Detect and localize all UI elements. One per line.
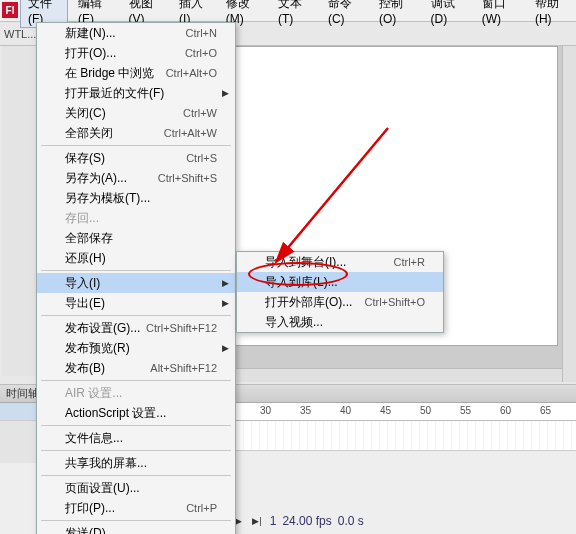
menu-item-save-as-template[interactable]: 另存为模板(T)... — [37, 188, 235, 208]
menu-item-publish[interactable]: 发布(B)Alt+Shift+F12 — [37, 358, 235, 378]
scrollbar-vertical[interactable] — [562, 46, 576, 382]
menu-item-air-settings: AIR 设置... — [37, 383, 235, 403]
menu-item-share-screen[interactable]: 共享我的屏幕... — [37, 453, 235, 473]
menu-item-print[interactable]: 打印(P)...Ctrl+P — [37, 498, 235, 518]
menu-help[interactable]: 帮助(H) — [527, 0, 576, 28]
menu-separator — [41, 475, 231, 476]
menu-control[interactable]: 控制(O) — [371, 0, 421, 28]
ruler-tick: 35 — [300, 405, 311, 416]
menubar: 文件(F) 编辑(E) 视图(V) 插入(I) 修改(M) 文本(T) 命令(C… — [0, 0, 576, 22]
menu-separator — [41, 425, 231, 426]
menu-item-revert[interactable]: 还原(H) — [37, 248, 235, 268]
menu-item-page-setup[interactable]: 页面设置(U)... — [37, 478, 235, 498]
menu-item-save-all[interactable]: 全部保存 — [37, 228, 235, 248]
timeline-current-frame: 1 — [270, 514, 277, 528]
ruler-tick: 40 — [340, 405, 351, 416]
timeline-fps: 24.00 fps — [282, 514, 331, 528]
menu-item-send[interactable]: 发送(D)... — [37, 523, 235, 534]
menu-item-import[interactable]: 导入(I)▶ — [37, 273, 235, 293]
playback-last-icon[interactable]: ▶| — [250, 516, 263, 526]
menu-item-import-video[interactable]: 导入视频... — [237, 312, 443, 332]
chevron-right-icon: ▶ — [222, 298, 229, 308]
menu-item-browse-bridge[interactable]: 在 Bridge 中浏览Ctrl+Alt+O — [37, 63, 235, 83]
chevron-right-icon: ▶ — [222, 88, 229, 98]
menu-window[interactable]: 窗口(W) — [474, 0, 525, 28]
menu-item-publish-preview[interactable]: 发布预览(R)▶ — [37, 338, 235, 358]
ruler-tick: 65 — [540, 405, 551, 416]
menu-text[interactable]: 文本(T) — [270, 0, 318, 28]
menu-separator — [41, 270, 231, 271]
document-tab[interactable]: WTL... — [4, 28, 36, 40]
menu-item-close[interactable]: 关闭(C)Ctrl+W — [37, 103, 235, 123]
menu-item-close-all[interactable]: 全部关闭Ctrl+Alt+W — [37, 123, 235, 143]
menu-separator — [41, 450, 231, 451]
menu-separator — [41, 380, 231, 381]
menu-item-open-external-library[interactable]: 打开外部库(O)...Ctrl+Shift+O — [237, 292, 443, 312]
menu-item-open-recent[interactable]: 打开最近的文件(F)▶ — [37, 83, 235, 103]
menu-item-import-to-stage[interactable]: 导入到舞台(I)...Ctrl+R — [237, 252, 443, 272]
file-menu-dropdown: 新建(N)...Ctrl+N 打开(O)...Ctrl+O 在 Bridge 中… — [36, 22, 236, 534]
app-icon: Fl — [2, 2, 18, 18]
timeline-frames-track[interactable] — [180, 421, 576, 451]
ruler-tick: 45 — [380, 405, 391, 416]
menu-item-actionscript-settings[interactable]: ActionScript 设置... — [37, 403, 235, 423]
menu-separator — [41, 520, 231, 521]
import-submenu: 导入到舞台(I)...Ctrl+R 导入到库(L)... 打开外部库(O)...… — [236, 251, 444, 333]
menu-item-publish-settings[interactable]: 发布设置(G)...Ctrl+Shift+F12 — [37, 318, 235, 338]
menu-item-save[interactable]: 保存(S)Ctrl+S — [37, 148, 235, 168]
tools-panel — [2, 46, 38, 376]
ruler-tick: 55 — [460, 405, 471, 416]
menu-separator — [41, 315, 231, 316]
menu-debug[interactable]: 调试(D) — [423, 0, 472, 28]
ruler-tick: 50 — [420, 405, 431, 416]
menu-item-open[interactable]: 打开(O)...Ctrl+O — [37, 43, 235, 63]
menu-item-checkin: 存回... — [37, 208, 235, 228]
timeline-elapsed: 0.0 s — [338, 514, 364, 528]
menu-separator — [41, 145, 231, 146]
menu-item-file-info[interactable]: 文件信息... — [37, 428, 235, 448]
menu-item-new[interactable]: 新建(N)...Ctrl+N — [37, 23, 235, 43]
ruler-tick: 60 — [500, 405, 511, 416]
menu-item-import-to-library[interactable]: 导入到库(L)... — [237, 272, 443, 292]
chevron-right-icon: ▶ — [222, 343, 229, 353]
menu-item-save-as[interactable]: 另存为(A)...Ctrl+Shift+S — [37, 168, 235, 188]
menu-item-export[interactable]: 导出(E)▶ — [37, 293, 235, 313]
ruler-tick: 30 — [260, 405, 271, 416]
chevron-right-icon: ▶ — [222, 278, 229, 288]
timeline-ruler[interactable]: 20 25 30 35 40 45 50 55 60 65 70 — [180, 403, 576, 421]
menu-commands[interactable]: 命令(C) — [320, 0, 369, 28]
